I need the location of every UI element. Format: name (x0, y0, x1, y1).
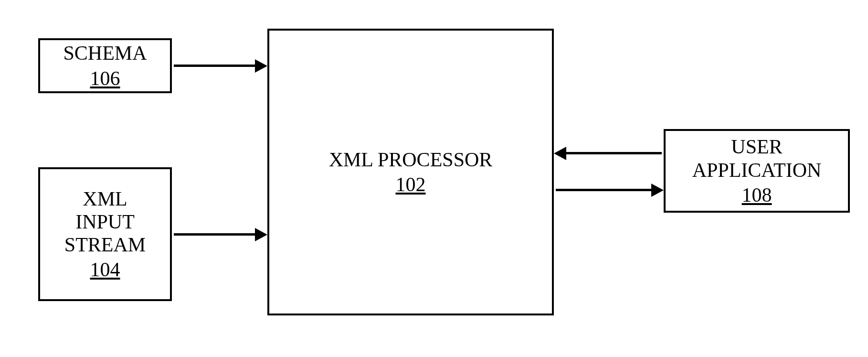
arrow-head-processor-to-userapp (651, 184, 664, 197)
user-application-box: USER APPLICATION 108 (664, 129, 850, 213)
xml-processor-ref: 102 (396, 173, 426, 196)
xml-processor-label: XML PROCESSOR (329, 148, 493, 171)
xml-input-label: XML INPUT STREAM (64, 187, 146, 257)
xml-input-stream-box: XML INPUT STREAM 104 (38, 167, 172, 301)
arrow-schema-to-processor (174, 65, 255, 67)
user-app-label: USER APPLICATION (692, 135, 822, 182)
schema-box: SCHEMA 106 (38, 38, 172, 93)
arrow-head-schema-to-processor (255, 59, 267, 73)
arrow-userapp-to-processor (566, 152, 662, 154)
arrow-input-to-processor (174, 233, 255, 236)
user-app-ref: 108 (742, 184, 772, 206)
schema-ref: 106 (90, 67, 120, 90)
xml-input-ref: 104 (90, 258, 120, 281)
arrow-head-input-to-processor (255, 228, 267, 241)
schema-label: SCHEMA (63, 42, 147, 65)
arrow-head-userapp-to-processor (554, 147, 566, 160)
xml-processor-box: XML PROCESSOR 102 (267, 29, 554, 315)
arrow-processor-to-userapp (556, 189, 651, 191)
